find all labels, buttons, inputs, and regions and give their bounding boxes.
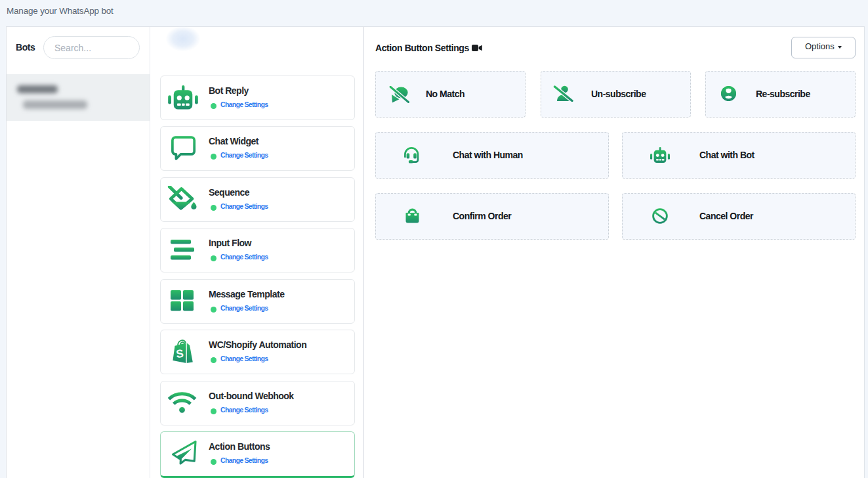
svg-text:S: S <box>176 347 184 360</box>
